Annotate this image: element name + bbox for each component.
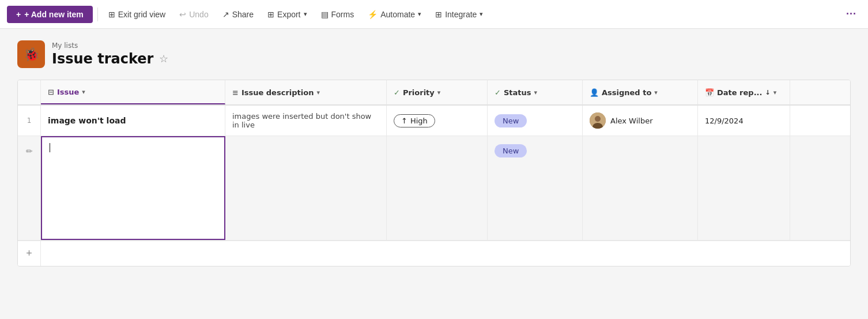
avatar-1	[590, 112, 606, 129]
pencil-icon: ✏	[26, 147, 33, 156]
undo-button[interactable]: ↩ Undo	[173, 6, 214, 22]
export-button[interactable]: ⊞ Export ▾	[262, 6, 312, 22]
integrate-icon: ⊞	[435, 10, 442, 19]
date-col-sort-icon: ↓	[765, 89, 770, 96]
new-row-action: ✏	[18, 136, 41, 240]
assignee-wrapper-1: Alex Wilber	[590, 112, 653, 129]
new-issue-input-cell[interactable]	[41, 136, 225, 240]
new-priority-cell[interactable]	[387, 136, 488, 240]
add-new-item-button[interactable]: + + Add new item	[7, 6, 93, 23]
status-col-icon: ✓	[495, 88, 501, 97]
desc-col-chevron-icon: ▾	[316, 89, 320, 96]
add-row-area: +	[18, 241, 850, 266]
desc-col-icon: ≡	[232, 88, 239, 97]
exit-grid-view-button[interactable]: ⊞ Exit grid view	[103, 6, 171, 22]
status-cell-1[interactable]: New	[488, 106, 583, 136]
undo-icon: ↩	[179, 10, 186, 19]
more-icon: ···	[846, 8, 856, 20]
exit-grid-label: Exit grid view	[118, 10, 165, 19]
list-title-row: Issue tracker ☆	[52, 51, 169, 67]
toolbar-divider	[97, 7, 98, 21]
priority-col-chevron-icon: ▾	[437, 89, 441, 96]
bug-icon: 🐞	[24, 47, 39, 62]
integrate-button[interactable]: ⊞ Integrate ▾	[429, 6, 489, 22]
status-col-chevron-icon: ▾	[534, 89, 537, 96]
row-edit-button[interactable]: ✏	[21, 143, 37, 159]
automate-button[interactable]: ⚡ Automate ▾	[362, 6, 427, 22]
plus-icon: +	[16, 10, 21, 19]
text-cursor	[50, 143, 50, 152]
list-header: 🐞 My lists Issue tracker ☆	[17, 40, 851, 68]
col-header-row-num	[18, 80, 41, 104]
integrate-label: Integrate	[445, 10, 477, 19]
new-assignee-cell[interactable]	[583, 136, 698, 240]
breadcrumb: My lists	[52, 42, 169, 50]
grid-icon: ⊞	[108, 10, 115, 19]
priority-col-label: Priority	[403, 88, 435, 97]
star-button[interactable]: ☆	[158, 51, 169, 66]
assigned-col-icon: 👤	[590, 88, 599, 97]
new-status-value: New	[503, 147, 519, 155]
col-header-issue[interactable]: ⊟ Issue ▾	[41, 80, 225, 104]
data-grid: ⊟ Issue ▾ ≡ Issue description ▾ ✓ Priori…	[17, 80, 851, 267]
status-badge-1: New	[495, 114, 527, 127]
desc-cell-1[interactable]: images were inserted but don't show in l…	[225, 106, 387, 136]
priority-value-1: High	[410, 117, 428, 125]
priority-up-arrow-icon: ↑	[401, 117, 407, 125]
priority-col-icon: ✓	[394, 88, 400, 97]
forms-icon: ▤	[321, 10, 329, 19]
date-col-label: Date rep...	[717, 88, 762, 97]
undo-label: Undo	[189, 10, 208, 19]
export-icon: ⊞	[267, 10, 274, 19]
page-content: 🐞 My lists Issue tracker ☆ ⊟ Issue ▾ ≡	[0, 29, 868, 319]
add-row-button[interactable]: +	[21, 244, 37, 263]
integrate-chevron-icon: ▾	[480, 10, 483, 18]
automate-label: Automate	[380, 10, 415, 19]
page-title: Issue tracker	[52, 51, 153, 67]
issue-cell-1[interactable]: image won't load	[41, 106, 225, 136]
status-value-1: New	[503, 117, 519, 125]
issue-value-1: image won't load	[48, 116, 126, 125]
export-label: Export	[277, 10, 300, 19]
new-status-badge: New	[495, 144, 527, 157]
issue-col-label: Issue	[57, 88, 79, 96]
automate-icon: ⚡	[368, 10, 378, 19]
add-new-label: + Add new item	[24, 10, 84, 19]
col-header-issue-desc[interactable]: ≡ Issue description ▾	[225, 80, 387, 104]
new-status-cell[interactable]: New	[488, 136, 583, 240]
more-options-button[interactable]: ···	[841, 5, 861, 24]
col-header-priority[interactable]: ✓ Priority ▾	[387, 80, 488, 104]
date-col-chevron-icon: ▾	[773, 89, 777, 96]
svg-point-1	[595, 116, 601, 122]
date-col-icon: 📅	[705, 88, 714, 97]
list-title-area: My lists Issue tracker ☆	[52, 42, 169, 67]
priority-cell-1[interactable]: ↑ High	[387, 106, 488, 136]
new-date-cell[interactable]	[698, 136, 790, 240]
row-number-1: 1	[18, 106, 41, 136]
issue-col-chevron-icon: ▾	[82, 88, 85, 96]
col-header-assigned-to[interactable]: 👤 Assigned to ▾	[583, 80, 698, 104]
grid-header: ⊟ Issue ▾ ≡ Issue description ▾ ✓ Priori…	[18, 80, 850, 106]
toolbar: + + Add new item ⊞ Exit grid view ↩ Undo…	[0, 0, 868, 29]
share-label: Share	[232, 10, 254, 19]
issue-col-icon: ⊟	[48, 88, 54, 96]
forms-button[interactable]: ▤ Forms	[315, 6, 360, 22]
col-header-date[interactable]: 📅 Date rep... ↓ ▾	[698, 80, 790, 104]
add-row-plus-icon: +	[26, 247, 32, 259]
table-row: 1 image won't load images were inserted …	[18, 106, 850, 136]
status-col-label: Status	[504, 88, 531, 97]
desc-value-1: images were inserted but don't show in l…	[232, 112, 379, 129]
share-button[interactable]: ↗ Share	[217, 6, 259, 22]
new-desc-cell[interactable]	[225, 136, 387, 240]
date-cell-1[interactable]: 12/9/2024	[698, 106, 790, 136]
star-icon: ☆	[159, 53, 168, 65]
assignee-cell-1[interactable]: Alex Wilber	[583, 106, 698, 136]
col-header-status[interactable]: ✓ Status ▾	[488, 80, 583, 104]
assignee-name-1: Alex Wilber	[610, 117, 653, 125]
assigned-col-chevron-icon: ▾	[654, 89, 658, 96]
add-row-cell: +	[18, 241, 41, 266]
export-chevron-icon: ▾	[304, 10, 307, 18]
forms-label: Forms	[331, 10, 354, 19]
assigned-col-label: Assigned to	[602, 88, 651, 97]
share-icon: ↗	[222, 10, 229, 19]
